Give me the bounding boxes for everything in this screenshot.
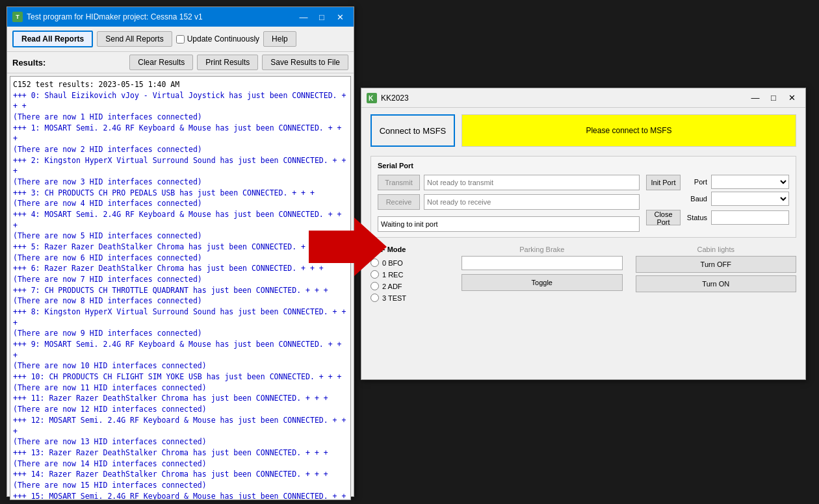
maximize-button-1[interactable]: □	[313, 10, 330, 23]
turn-on-button[interactable]: Turn ON	[636, 275, 797, 292]
log-line: +++ 2: Kingston HyperX Virtual Surround …	[13, 155, 348, 177]
maximize-button-2[interactable]: □	[765, 92, 782, 105]
cabin-lights-section: Cabin lights Turn OFF Turn ON	[636, 246, 797, 302]
log-line: (There are now 7 HID interfaces connecte…	[13, 274, 348, 285]
red-arrow	[309, 214, 387, 279]
log-line: +++ 11: Razer Razer DeathStalker Chroma …	[13, 393, 348, 404]
window1: T Test program for HIDmaker project: Ces…	[6, 6, 354, 497]
parking-brake-section: Parking Brake Toggle	[462, 246, 623, 302]
port-label: Port	[684, 178, 707, 186]
transmit-row: Transmit	[378, 175, 640, 190]
title-bar-left-1: T Test program for HIDmaker project: Ces…	[12, 12, 203, 22]
msfs-status-text: Please connect to MSFS	[586, 126, 671, 135]
connect-section: Connect to MSFS Please connect to MSFS	[370, 114, 796, 147]
log-line: (There are now 15 HID interfaces connect…	[13, 480, 348, 491]
log-line: (There are now 6 HID interfaces connecte…	[13, 253, 348, 264]
init-port-button[interactable]: Init Port	[646, 175, 681, 190]
receive-status-input	[424, 194, 640, 210]
status-value-input	[711, 210, 789, 225]
close-button-1[interactable]: ✕	[332, 10, 348, 23]
log-line: +++ 7: CH PRODUCTS CH THROTTLE QUADRANT …	[13, 285, 348, 296]
title-bar-controls-2: — □ ✕	[747, 92, 800, 105]
adf-radio-2[interactable]	[370, 282, 379, 290]
port-select[interactable]	[711, 175, 789, 189]
toggle-button[interactable]: Toggle	[462, 274, 623, 291]
log-line: +++ 12: MOSART Semi. 2.4G RF Keyboard & …	[13, 415, 348, 436]
window2-title: KK2023	[381, 94, 409, 103]
app-icon-1: T	[12, 12, 23, 22]
parking-brake-label: Parking Brake	[462, 246, 623, 253]
window1-title: Test program for HIDmaker project: Cessn…	[27, 12, 203, 21]
port-controls: Init Port Port Baud	[646, 175, 789, 232]
log-line: (There are now 12 HID interfaces connect…	[13, 404, 348, 415]
status-row: Status	[684, 210, 789, 225]
read-all-reports-button[interactable]: Read All Reports	[12, 31, 93, 47]
log-line: +++ 9: MOSART Semi. 2.4G RF Keyboard & M…	[13, 339, 348, 360]
adf-option-3[interactable]: 3 TEST	[370, 294, 448, 302]
close-button-2[interactable]: ✕	[783, 92, 800, 105]
adf-option-label-3: 3 TEST	[382, 294, 406, 302]
adf-option-2[interactable]: 2 ADF	[370, 282, 448, 290]
receive-button[interactable]: Receive	[378, 194, 420, 210]
clear-results-button[interactable]: Clear Results	[129, 55, 193, 70]
update-continuously-label[interactable]: Update Continuously	[176, 34, 259, 44]
connect-msfs-button[interactable]: Connect to MSFS	[370, 114, 455, 147]
close-port-button[interactable]: Close Port	[646, 210, 681, 225]
log-line: (There are now 9 HID interfaces connecte…	[13, 328, 348, 339]
log-line: (There are now 4 HID interfaces connecte…	[13, 198, 348, 209]
update-continuously-checkbox[interactable]	[176, 35, 185, 44]
title-bar-1: T Test program for HIDmaker project: Ces…	[7, 7, 354, 27]
log-line: +++ 3: CH PRODUCTS CH PRO PEDALS USB has…	[13, 188, 348, 199]
adf-radio-3[interactable]	[370, 294, 379, 302]
log-line: (There are now 10 HID interfaces connect…	[13, 360, 348, 372]
msfs-status-display: Please connect to MSFS	[462, 114, 796, 147]
status-label: Status	[684, 214, 707, 221]
transmit-button[interactable]: Transmit	[378, 175, 420, 190]
log-line: (There are now 13 HID interfaces connect…	[13, 436, 348, 447]
results-bar: Results: Clear Results Print Results Sav…	[7, 52, 354, 73]
title2-left: K KK2023	[367, 93, 409, 103]
waiting-status-input	[378, 216, 640, 232]
port-row: Port	[684, 175, 789, 189]
print-results-button[interactable]: Print Results	[197, 55, 258, 70]
minimize-button-2[interactable]: —	[747, 92, 764, 105]
serial-port-label: Serial Port	[378, 162, 789, 170]
minimize-button-1[interactable]: —	[295, 10, 312, 23]
adf-option-label-2: 2 ADF	[382, 283, 402, 290]
log-line: +++ 5: Razer Razer DeathStalker Chroma h…	[13, 242, 348, 253]
transmit-status-input	[424, 175, 640, 190]
log-line: (There are now 3 HID interfaces connecte…	[13, 177, 348, 188]
update-continuously-text: Update Continuously	[187, 34, 259, 44]
log-line: (There are now 5 HID interfaces connecte…	[13, 231, 348, 242]
help-button[interactable]: Help	[263, 31, 296, 47]
app-icon-2: K	[367, 93, 377, 103]
send-all-reports-button[interactable]: Send All Reports	[97, 31, 172, 47]
svg-marker-0	[309, 218, 387, 276]
save-results-button[interactable]: Save Results to File	[262, 55, 348, 70]
log-line: +++ 1: MOSART Semi. 2.4G RF Keyboard & M…	[13, 123, 348, 144]
log-line: (There are now 2 HID interfaces connecte…	[13, 144, 348, 155]
parking-brake-input	[462, 256, 623, 270]
bottom-section: ADF Mode 0 BFO1 REC2 ADF3 TEST Parking B…	[370, 246, 796, 302]
title-bar-controls-1: — □ ✕	[295, 10, 348, 23]
log-line: (There are now 14 HID interfaces connect…	[13, 459, 348, 470]
title-bar-2: K KK2023 — □ ✕	[361, 88, 805, 108]
serial-port-section: Serial Port Transmit Receive Init Po	[370, 156, 796, 238]
log-line: +++ 4: MOSART Semi. 2.4G RF Keyboard & M…	[13, 209, 348, 231]
toolbar-1: Read All Reports Send All Reports Update…	[7, 27, 354, 52]
baud-label: Baud	[684, 195, 707, 203]
log-line: (There are now 8 HID interfaces connecte…	[13, 296, 348, 307]
log-line: +++ 6: Razer Razer DeathStalker Chroma h…	[13, 263, 348, 274]
turn-off-button[interactable]: Turn OFF	[636, 256, 797, 273]
results-label: Results:	[12, 58, 46, 68]
window2-body: Connect to MSFS Please connect to MSFS S…	[361, 108, 805, 309]
window2: K KK2023 — □ ✕ Connect to MSFS Please co…	[361, 88, 806, 380]
log-line: C152 test results: 2023-05-15 1:40 AM	[13, 79, 348, 90]
log-line: (There are now 1 HID interfaces connecte…	[13, 112, 348, 123]
cabin-lights-label: Cabin lights	[636, 246, 797, 253]
log-line: +++ 0: Shaul Eizikovich vJoy - Virtual J…	[13, 90, 348, 112]
results-area[interactable]: C152 test results: 2023-05-15 1:40 AM+++…	[10, 76, 351, 500]
log-line: +++ 14: Razer Razer DeathStalker Chroma …	[13, 469, 348, 480]
baud-select[interactable]	[711, 192, 789, 206]
log-line: (There are now 11 HID interfaces connect…	[13, 383, 348, 394]
